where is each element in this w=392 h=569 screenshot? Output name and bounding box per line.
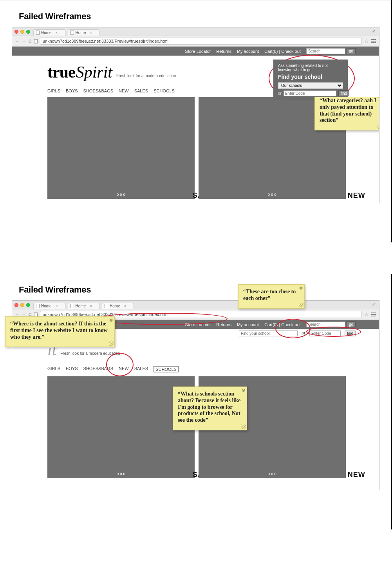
or-label: or: [302, 331, 305, 336]
sticky-note-about[interactable]: ⊗ “Where is the about section? If this i…: [5, 316, 115, 347]
zoom-icon[interactable]: [26, 303, 30, 307]
nav-item[interactable]: SALES: [134, 366, 148, 372]
search-go-button[interactable]: go: [347, 48, 356, 54]
close-icon[interactable]: ⊗: [378, 97, 379, 99]
close-icon[interactable]: ⊗: [109, 318, 113, 323]
carousel-dots[interactable]: o o o: [268, 471, 276, 476]
nav-item[interactable]: SCHOOLS: [154, 89, 175, 93]
address-input[interactable]: [40, 38, 362, 45]
page-icon: [34, 39, 38, 43]
nav-item[interactable]: SALES: [134, 89, 148, 93]
search-input[interactable]: [306, 48, 345, 54]
tab-close-icon[interactable]: ×: [56, 304, 58, 308]
page-icon: [36, 31, 40, 35]
fullscreen-icon[interactable]: ⤢: [372, 302, 377, 307]
close-icon[interactable]: ⊗: [242, 388, 245, 393]
sticky-note-tooclose[interactable]: ⊗ “These are too close to each other”: [238, 284, 305, 309]
carousel-dots[interactable]: o o o: [117, 471, 125, 476]
resize-handle-icon[interactable]: [241, 424, 246, 429]
nav-item[interactable]: NEW: [119, 366, 129, 372]
resize-handle-icon[interactable]: [377, 125, 379, 129]
tab-close-icon[interactable]: ×: [90, 304, 92, 308]
forward-icon[interactable]: →: [22, 39, 26, 43]
nav-item[interactable]: GIRLS: [47, 366, 60, 372]
reload-icon[interactable]: C: [29, 39, 32, 43]
nav-item[interactable]: NEW: [119, 89, 129, 93]
or-label: or: [278, 91, 282, 96]
tab-close-icon[interactable]: ×: [56, 31, 58, 35]
util-link[interactable]: Store Locator: [185, 49, 211, 54]
browser-window-2: ⊗ “These are too close to each other” ⊗ …: [12, 300, 379, 490]
util-link[interactable]: My account: [237, 49, 259, 54]
browser-tabs: Home× Home× Home×: [33, 301, 136, 309]
nav-item[interactable]: GIRLS: [47, 89, 60, 93]
window-controls[interactable]: [14, 30, 30, 34]
site-logo[interactable]: trueSpirit: [47, 63, 112, 81]
utility-nav: Store Locator Returns My account Cart(0)…: [12, 47, 379, 56]
search-form: go: [306, 322, 356, 327]
browser-tab[interactable]: Home×: [33, 29, 65, 36]
sticky-text: “What is schools section about? Because …: [178, 391, 240, 423]
carousel-dots[interactable]: o o o: [117, 192, 125, 197]
sticky-text: “Where is the about section? If this is …: [10, 321, 107, 340]
nav-item-schools[interactable]: SCHOOLS: [154, 366, 179, 372]
bookmark-icon[interactable]: ☆: [364, 312, 369, 318]
hero-label: NEW: [348, 471, 365, 479]
util-link[interactable]: Store Locator: [185, 322, 211, 327]
nav-item[interactable]: SHOES&BAGS: [83, 366, 113, 372]
minimize-icon[interactable]: [20, 30, 24, 34]
hamburger-icon[interactable]: [371, 39, 376, 43]
back-icon[interactable]: ←: [15, 39, 20, 43]
page-icon: [105, 304, 108, 308]
hero-row: o o o SALES o o o NEW ⊗ “What categories…: [12, 97, 379, 203]
hamburger-icon[interactable]: [371, 312, 376, 316]
minimize-icon[interactable]: [20, 303, 24, 307]
resize-handle-icon[interactable]: [299, 303, 303, 307]
fullscreen-icon[interactable]: ⤢: [372, 29, 377, 34]
browser-tab[interactable]: Home×: [68, 29, 100, 36]
close-icon[interactable]: [14, 30, 18, 34]
util-link[interactable]: Cart(0) | Check out: [264, 322, 301, 327]
page-icon: [70, 31, 74, 35]
site-content: Store Locator Returns My account Cart(0)…: [12, 47, 379, 203]
util-link[interactable]: Returns: [216, 49, 231, 54]
carousel-dots[interactable]: o o o: [268, 192, 276, 197]
site-header: trueSpirit Fresh look for a modern educa…: [12, 56, 379, 85]
slide-title: Failed Wireframes: [19, 285, 379, 295]
search-input[interactable]: [306, 322, 345, 327]
tab-close-icon[interactable]: ×: [90, 31, 92, 35]
nav-item[interactable]: SHOES&BAGS: [83, 89, 113, 93]
hero-image: o o o SALES: [47, 97, 195, 199]
search-go-button[interactable]: go: [347, 322, 356, 327]
nav-item[interactable]: BOYS: [66, 89, 78, 93]
find-button[interactable]: find: [345, 331, 356, 336]
find-school-hint: Ask something related to not knowing wha…: [278, 63, 343, 72]
zoom-icon[interactable]: [26, 30, 30, 34]
browser-window-1: Home× Home× ⤢ ← → C ☆ Store Locator Retu…: [12, 27, 379, 203]
util-link[interactable]: Cart(0) | Check out: [264, 49, 301, 54]
browser-tab[interactable]: Home×: [68, 303, 100, 309]
find-school-input[interactable]: [239, 331, 298, 336]
browser-tab[interactable]: Home×: [33, 303, 65, 309]
tagline: Fresh look for a modern education: [116, 74, 176, 78]
close-icon[interactable]: [14, 303, 18, 307]
sticky-note[interactable]: ⊗ “What categories? aah I only payed att…: [314, 97, 379, 130]
browser-titlebar: Home× Home× Home× ⤢: [12, 301, 379, 309]
close-icon[interactable]: ⊗: [299, 285, 303, 291]
school-code-input[interactable]: [284, 90, 336, 96]
window-controls[interactable]: [14, 303, 30, 307]
browser-tab[interactable]: Home×: [102, 303, 134, 309]
school-dropdown[interactable]: Our schools: [278, 82, 343, 89]
page-icon: [34, 312, 38, 317]
resize-handle-icon[interactable]: [109, 341, 114, 346]
school-code-input[interactable]: [309, 331, 341, 336]
tab-close-icon[interactable]: ×: [124, 304, 126, 308]
browser-titlebar: Home× Home× ⤢: [12, 27, 379, 36]
tagline: Fresh look for a modern education: [60, 351, 120, 356]
nav-item[interactable]: BOYS: [66, 366, 78, 372]
util-link[interactable]: Returns: [216, 322, 231, 327]
find-button[interactable]: find: [338, 90, 349, 96]
sticky-note-schools[interactable]: ⊗ “What is schools section about? Becaus…: [173, 387, 247, 430]
util-link[interactable]: My account: [237, 322, 259, 327]
bookmark-icon[interactable]: ☆: [364, 38, 369, 44]
